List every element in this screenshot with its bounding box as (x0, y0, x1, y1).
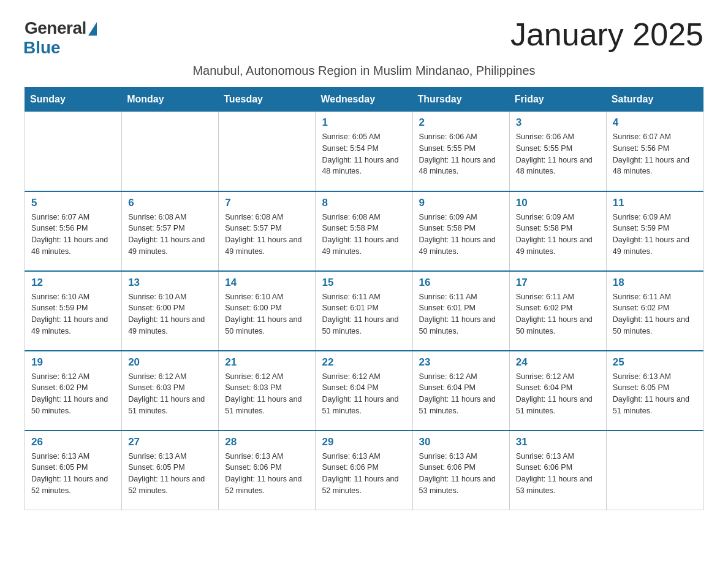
day-info: Sunrise: 6:07 AM Sunset: 5:56 PM Dayligh… (613, 131, 697, 177)
day-info: Sunrise: 6:12 AM Sunset: 6:04 PM Dayligh… (516, 371, 600, 417)
day-info: Sunrise: 6:12 AM Sunset: 6:02 PM Dayligh… (31, 371, 115, 417)
day-info: Sunrise: 6:09 AM Sunset: 5:58 PM Dayligh… (516, 212, 600, 258)
day-number: 21 (225, 356, 309, 369)
day-number: 14 (225, 277, 309, 289)
calendar-cell: 8Sunrise: 6:08 AM Sunset: 5:58 PM Daylig… (316, 191, 412, 271)
calendar-cell: 26Sunrise: 6:13 AM Sunset: 6:05 PM Dayli… (25, 431, 122, 510)
day-info: Sunrise: 6:06 AM Sunset: 5:55 PM Dayligh… (419, 131, 503, 177)
day-number: 18 (613, 277, 697, 289)
day-info: Sunrise: 6:13 AM Sunset: 6:06 PM Dayligh… (322, 451, 406, 497)
day-info: Sunrise: 6:07 AM Sunset: 5:56 PM Dayligh… (31, 212, 115, 258)
calendar-cell: 10Sunrise: 6:09 AM Sunset: 5:58 PM Dayli… (509, 191, 606, 271)
calendar-table: SundayMondayTuesdayWednesdayThursdayFrid… (25, 87, 703, 510)
day-number: 22 (322, 356, 406, 369)
day-number: 17 (516, 277, 600, 289)
day-info: Sunrise: 6:13 AM Sunset: 6:05 PM Dayligh… (613, 371, 697, 417)
calendar-week-row: 26Sunrise: 6:13 AM Sunset: 6:05 PM Dayli… (25, 431, 703, 510)
calendar-cell: 30Sunrise: 6:13 AM Sunset: 6:06 PM Dayli… (412, 431, 509, 510)
day-info: Sunrise: 6:11 AM Sunset: 6:02 PM Dayligh… (613, 291, 697, 337)
day-number: 2 (419, 117, 503, 129)
weekday-header-monday: Monday (122, 88, 219, 112)
calendar-cell: 6Sunrise: 6:08 AM Sunset: 5:57 PM Daylig… (122, 191, 219, 271)
day-number: 4 (613, 117, 697, 129)
calendar-cell (219, 112, 316, 191)
day-number: 28 (225, 436, 309, 448)
calendar-cell: 20Sunrise: 6:12 AM Sunset: 6:03 PM Dayli… (122, 351, 219, 431)
logo-triangle-icon (88, 22, 97, 36)
day-number: 12 (31, 277, 115, 289)
calendar-cell: 15Sunrise: 6:11 AM Sunset: 6:01 PM Dayli… (316, 271, 412, 351)
calendar-cell: 16Sunrise: 6:11 AM Sunset: 6:01 PM Dayli… (412, 271, 509, 351)
day-number: 5 (31, 197, 115, 209)
calendar-cell: 13Sunrise: 6:10 AM Sunset: 6:00 PM Dayli… (122, 271, 219, 351)
day-number: 6 (128, 197, 212, 209)
day-info: Sunrise: 6:12 AM Sunset: 6:04 PM Dayligh… (419, 371, 503, 417)
calendar-cell: 5Sunrise: 6:07 AM Sunset: 5:56 PM Daylig… (25, 191, 122, 271)
calendar-cell: 31Sunrise: 6:13 AM Sunset: 6:06 PM Dayli… (509, 431, 606, 510)
day-info: Sunrise: 6:10 AM Sunset: 6:00 PM Dayligh… (128, 291, 212, 337)
day-info: Sunrise: 6:05 AM Sunset: 5:54 PM Dayligh… (322, 131, 406, 177)
day-number: 13 (128, 277, 212, 289)
calendar-cell: 23Sunrise: 6:12 AM Sunset: 6:04 PM Dayli… (412, 351, 509, 431)
logo-blue-text: Blue (23, 38, 61, 58)
day-info: Sunrise: 6:09 AM Sunset: 5:58 PM Dayligh… (419, 212, 503, 258)
day-number: 3 (516, 117, 600, 129)
day-number: 9 (419, 197, 503, 209)
day-number: 15 (322, 277, 406, 289)
day-info: Sunrise: 6:10 AM Sunset: 6:00 PM Dayligh… (225, 291, 309, 337)
day-info: Sunrise: 6:08 AM Sunset: 5:58 PM Dayligh… (322, 212, 406, 258)
logo: General Blue (25, 18, 97, 58)
day-info: Sunrise: 6:12 AM Sunset: 6:04 PM Dayligh… (322, 371, 406, 417)
calendar-cell: 7Sunrise: 6:08 AM Sunset: 5:57 PM Daylig… (219, 191, 316, 271)
calendar-cell: 11Sunrise: 6:09 AM Sunset: 5:59 PM Dayli… (606, 191, 703, 271)
calendar-body: 1Sunrise: 6:05 AM Sunset: 5:54 PM Daylig… (25, 112, 703, 510)
day-number: 10 (516, 197, 600, 209)
calendar-cell (25, 112, 122, 191)
day-info: Sunrise: 6:08 AM Sunset: 5:57 PM Dayligh… (225, 212, 309, 258)
calendar-cell (606, 431, 703, 510)
calendar-cell: 4Sunrise: 6:07 AM Sunset: 5:56 PM Daylig… (606, 112, 703, 191)
calendar-cell: 27Sunrise: 6:13 AM Sunset: 6:05 PM Dayli… (122, 431, 219, 510)
day-number: 1 (322, 117, 406, 129)
day-number: 25 (613, 356, 697, 369)
day-number: 30 (419, 436, 503, 448)
day-info: Sunrise: 6:11 AM Sunset: 6:02 PM Dayligh… (516, 291, 600, 337)
weekday-header-friday: Friday (509, 88, 606, 112)
day-number: 20 (128, 356, 212, 369)
weekday-header-sunday: Sunday (25, 88, 122, 112)
day-number: 23 (419, 356, 503, 369)
calendar-cell (122, 112, 219, 191)
calendar-cell: 14Sunrise: 6:10 AM Sunset: 6:00 PM Dayli… (219, 271, 316, 351)
day-info: Sunrise: 6:06 AM Sunset: 5:55 PM Dayligh… (516, 131, 600, 177)
day-info: Sunrise: 6:11 AM Sunset: 6:01 PM Dayligh… (322, 291, 406, 337)
day-number: 8 (322, 197, 406, 209)
calendar-cell: 1Sunrise: 6:05 AM Sunset: 5:54 PM Daylig… (316, 112, 412, 191)
day-number: 31 (516, 436, 600, 448)
weekday-header-thursday: Thursday (412, 88, 509, 112)
day-number: 27 (128, 436, 212, 448)
calendar-cell: 9Sunrise: 6:09 AM Sunset: 5:58 PM Daylig… (412, 191, 509, 271)
day-info: Sunrise: 6:13 AM Sunset: 6:06 PM Dayligh… (225, 451, 309, 497)
calendar-cell: 22Sunrise: 6:12 AM Sunset: 6:04 PM Dayli… (316, 351, 412, 431)
calendar-week-row: 5Sunrise: 6:07 AM Sunset: 5:56 PM Daylig… (25, 191, 703, 271)
calendar-cell: 2Sunrise: 6:06 AM Sunset: 5:55 PM Daylig… (412, 112, 509, 191)
calendar-cell: 18Sunrise: 6:11 AM Sunset: 6:02 PM Dayli… (606, 271, 703, 351)
logo-general-text: General (25, 18, 86, 38)
day-info: Sunrise: 6:12 AM Sunset: 6:03 PM Dayligh… (225, 371, 309, 417)
day-number: 19 (31, 356, 115, 369)
header: General Blue January 2025 (25, 18, 703, 58)
calendar-week-row: 12Sunrise: 6:10 AM Sunset: 5:59 PM Dayli… (25, 271, 703, 351)
day-info: Sunrise: 6:08 AM Sunset: 5:57 PM Dayligh… (128, 212, 212, 258)
weekday-header-row: SundayMondayTuesdayWednesdayThursdayFrid… (25, 88, 703, 112)
calendar-cell: 29Sunrise: 6:13 AM Sunset: 6:06 PM Dayli… (316, 431, 412, 510)
day-number: 29 (322, 436, 406, 448)
calendar-cell: 19Sunrise: 6:12 AM Sunset: 6:02 PM Dayli… (25, 351, 122, 431)
calendar-cell: 12Sunrise: 6:10 AM Sunset: 5:59 PM Dayli… (25, 271, 122, 351)
day-number: 11 (613, 197, 697, 209)
calendar-cell: 28Sunrise: 6:13 AM Sunset: 6:06 PM Dayli… (219, 431, 316, 510)
calendar-title: January 2025 (510, 18, 703, 50)
calendar-cell: 25Sunrise: 6:13 AM Sunset: 6:05 PM Dayli… (606, 351, 703, 431)
calendar-week-row: 1Sunrise: 6:05 AM Sunset: 5:54 PM Daylig… (25, 112, 703, 191)
day-info: Sunrise: 6:10 AM Sunset: 5:59 PM Dayligh… (31, 291, 115, 337)
weekday-header-tuesday: Tuesday (219, 88, 316, 112)
